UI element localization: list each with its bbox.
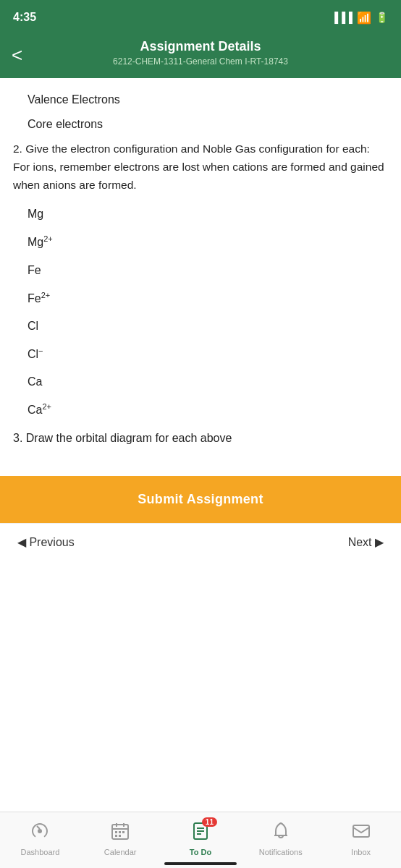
- svg-point-0: [38, 829, 42, 833]
- svg-rect-7: [119, 831, 121, 833]
- content-area: Valence Electrons Core electrons 2. Give…: [0, 78, 401, 469]
- battery-icon: 🔋: [376, 12, 388, 23]
- header-text: Assignment Details 6212-CHEM-1311-Genera…: [113, 39, 288, 67]
- element-cl-minus: Cl−: [28, 345, 388, 363]
- element-ca: Ca: [28, 373, 388, 391]
- next-button[interactable]: Next ▶: [348, 535, 384, 549]
- tab-notifications[interactable]: Notifications: [252, 822, 310, 856]
- todo-badge: 11: [202, 817, 217, 827]
- tab-bar: Dashboard Calendar: [0, 812, 401, 868]
- todo-icon: 11: [191, 822, 210, 845]
- calendar-label: Calendar: [104, 848, 137, 856]
- element-cl: Cl: [28, 318, 388, 335]
- svg-rect-6: [115, 831, 117, 833]
- back-button[interactable]: <: [12, 44, 22, 67]
- notifications-icon: [271, 822, 290, 845]
- element-mg2plus: Mg2+: [28, 233, 388, 251]
- home-indicator: [164, 862, 237, 865]
- dashboard-label: Dashboard: [20, 848, 59, 856]
- tab-todo[interactable]: 11 To Do: [172, 822, 229, 856]
- element-mg: Mg: [28, 205, 388, 223]
- status-time: 4:35: [13, 11, 36, 24]
- inbox-label: Inbox: [351, 848, 371, 856]
- calendar-icon: [111, 822, 130, 845]
- orbital-diagram-item: 3. Draw the orbital diagram for each abo…: [13, 430, 388, 447]
- dashboard-icon: [30, 822, 49, 845]
- svg-rect-16: [353, 825, 369, 837]
- status-bar: 4:35 ▐▐▐ 📶 🔋: [0, 0, 401, 32]
- element-fe: Fe: [28, 262, 388, 279]
- svg-line-1: [37, 826, 40, 829]
- notifications-label: Notifications: [259, 848, 303, 856]
- valence-electrons-item: Valence Electrons: [28, 91, 388, 109]
- tab-dashboard[interactable]: Dashboard: [11, 822, 69, 856]
- svg-rect-10: [119, 835, 121, 837]
- header-subtitle: 6212-CHEM-1311-General Chem I-RT-18743: [113, 56, 288, 67]
- wifi-icon: 📶: [357, 11, 371, 25]
- svg-rect-9: [115, 835, 117, 837]
- submit-button[interactable]: Submit Assignment: [12, 492, 389, 507]
- todo-label: To Do: [190, 848, 211, 856]
- core-electrons-item: Core electrons: [28, 116, 388, 133]
- tab-calendar[interactable]: Calendar: [91, 822, 149, 856]
- svg-rect-8: [122, 831, 124, 833]
- inbox-icon: [352, 822, 371, 845]
- previous-button[interactable]: ◀ Previous: [17, 535, 75, 549]
- main-content: Valence Electrons Core electrons 2. Give…: [0, 78, 401, 626]
- navigation-area: ◀ Previous Next ▶: [0, 523, 401, 561]
- status-icons: ▐▐▐ 📶 🔋: [331, 11, 388, 25]
- element-ca2plus: Ca2+: [28, 401, 388, 419]
- signal-icon: ▐▐▐: [331, 12, 353, 23]
- header-title: Assignment Details: [113, 39, 288, 54]
- description-text: 2. Give the electron configuration and N…: [13, 140, 388, 194]
- header: < Assignment Details 6212-CHEM-1311-Gene…: [0, 32, 401, 78]
- submit-area: Submit Assignment: [0, 476, 401, 523]
- tab-inbox[interactable]: Inbox: [332, 822, 390, 856]
- element-fe2plus: Fe2+: [28, 289, 388, 307]
